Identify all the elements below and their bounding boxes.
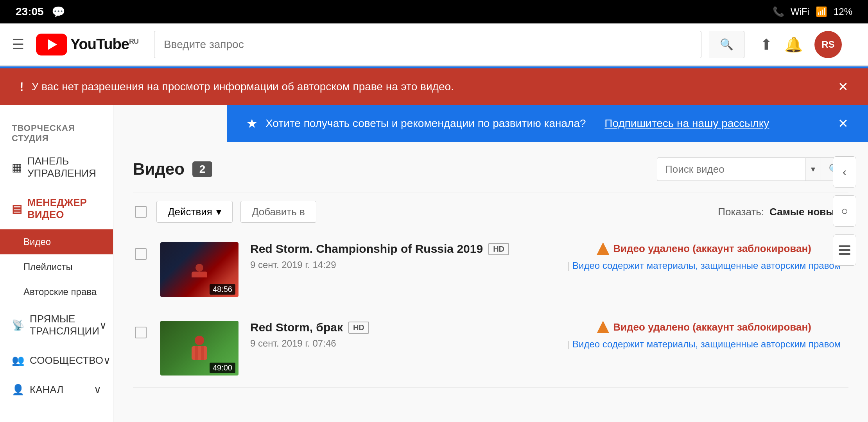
signal-icon: 📶 <box>816 6 827 17</box>
scroll-indicator: ‹ ○ <box>833 156 856 266</box>
actions-row: Действия ▾ Добавить в Показать: Самые но… <box>133 201 848 223</box>
video-manager-icon: ▤ <box>12 202 22 215</box>
divider <box>133 193 848 193</box>
search-dropdown-button[interactable]: ▾ <box>805 157 821 181</box>
sidebar-live-label: ПРЯМЫЕ ТРАНСЛЯЦИИ <box>30 313 99 337</box>
sidebar-playlists-label: Плейлисты <box>23 261 73 272</box>
video-1-hd-badge: HD <box>488 243 509 255</box>
chevron-down-icon: ∨ <box>99 319 107 331</box>
add-to-label: Добавить в <box>252 206 305 218</box>
video-1-date: 9 сент. 2019 г. 14:29 <box>250 259 548 270</box>
videos-header: Видео 2 ▾ 🔍 <box>133 157 848 181</box>
show-label: Показать: <box>718 206 764 218</box>
svg-rect-5 <box>201 346 204 360</box>
video-2-copyright[interactable]: Видео содержит материалы, защищенные авт… <box>560 339 848 350</box>
error-exclamation-icon: ! <box>20 80 24 94</box>
video-1-duration: 48:56 <box>210 284 235 295</box>
battery-status: 12% <box>834 6 852 17</box>
video-2-thumbnail[interactable]: 49:00 <box>160 321 239 376</box>
status-time: 23:05 <box>16 5 44 18</box>
sidebar-item-channel[interactable]: 👤 КАНАЛ ∨ <box>0 375 113 404</box>
actions-button[interactable]: Действия ▾ <box>156 201 233 223</box>
home-button[interactable]: ○ <box>833 195 856 227</box>
video-2-date: 9 сент. 2019 г. 07:46 <box>250 338 548 349</box>
videos-count-badge: 2 <box>192 161 213 177</box>
nav-icons: ⬆ 🔔 RS <box>760 31 842 58</box>
info-banner: ★ Хотите получать советы и рекомендации … <box>227 105 868 142</box>
sidebar-videos-label: Видео <box>23 236 51 247</box>
video-2-title: Red Storm, брак <box>250 321 343 334</box>
video-1-status-col: Видео удалено (аккаунт заблокирован) Вид… <box>560 242 848 271</box>
video-row-2: 49:00 Red Storm, брак HD 9 сент. 2019 г.… <box>133 309 848 388</box>
sidebar-item-live[interactable]: 📡 ПРЯМЫЕ ТРАНСЛЯЦИИ ∨ <box>0 304 113 346</box>
youtube-logo-icon <box>36 34 67 55</box>
upload-icon[interactable]: ⬆ <box>760 36 773 53</box>
chevron-down-icon-2: ∨ <box>103 354 111 367</box>
actions-dropdown-icon: ▾ <box>216 206 221 218</box>
error-message: У вас нет разрешения на просмотр информа… <box>32 80 454 93</box>
call-icon: 📞 <box>773 6 784 17</box>
actions-label: Действия <box>168 206 212 218</box>
wifi-icon: WiFi <box>791 6 809 17</box>
svg-point-2 <box>195 336 204 345</box>
video-1-copyright[interactable]: Видео содержит материалы, защищенные авт… <box>560 260 848 271</box>
videos-title: Видео <box>133 160 185 179</box>
error-close-button[interactable]: ✕ <box>838 79 848 94</box>
info-close-button[interactable]: ✕ <box>838 116 848 131</box>
video-2-hd-badge: HD <box>348 322 369 334</box>
community-icon: 👥 <box>12 354 24 367</box>
sidebar-studio-title: ТВОРЧЕСКАЯ СТУДИЯ <box>0 117 113 147</box>
video-2-checkbox[interactable] <box>135 327 147 338</box>
video-1-status-text: Видео удалено (аккаунт заблокирован) <box>613 243 811 255</box>
scroll-menu-button[interactable] <box>833 234 856 266</box>
sidebar-dashboard-label: ПАНЕЛЬ УПРАВЛЕНИЯ <box>27 155 101 179</box>
sidebar-item-video-manager[interactable]: ▤ МЕНЕДЖЕР ВИДЕО <box>0 188 113 229</box>
channel-icon: 👤 <box>12 384 24 396</box>
info-text: Хотите получать советы и рекомендации по… <box>265 117 586 130</box>
status-bar: 23:05 💬 📞 WiFi 📶 12% <box>0 0 868 23</box>
back-button[interactable]: ‹ <box>833 156 856 188</box>
logo-text: YouTubeRU <box>70 36 138 53</box>
notifications-icon[interactable]: 🔔 <box>784 36 803 53</box>
video-1-status-deleted: Видео удалено (аккаунт заблокирован) <box>560 242 848 255</box>
warning-icon-1 <box>597 242 609 255</box>
search-button[interactable]: 🔍 <box>709 31 744 58</box>
sidebar-video-manager-label: МЕНЕДЖЕР ВИДЕО <box>27 197 101 221</box>
video-2-info: Red Storm, брак HD 9 сент. 2019 г. 07:46 <box>250 321 548 349</box>
logo-area[interactable]: YouTubeRU <box>36 34 138 55</box>
live-icon: 📡 <box>12 319 24 331</box>
video-2-status-deleted: Видео удалено (аккаунт заблокирован) <box>560 321 848 333</box>
add-to-button[interactable]: Добавить в <box>240 201 316 223</box>
newsletter-link[interactable]: Подпишитесь на нашу рассылку <box>604 117 769 130</box>
avatar[interactable]: RS <box>814 31 842 58</box>
menu-bar-1 <box>839 245 850 247</box>
video-2-status-col: Видео удалено (аккаунт заблокирован) Вид… <box>560 321 848 350</box>
video-1-title: Red Storm. Championship of Russia 2019 <box>250 242 483 256</box>
warning-icon-2 <box>597 321 609 333</box>
sidebar-item-videos[interactable]: Видео <box>0 229 113 254</box>
menu-bar-3 <box>839 253 850 255</box>
hamburger-menu[interactable]: ☰ <box>12 36 24 53</box>
video-2-duration: 49:00 <box>210 363 235 373</box>
sidebar-item-community[interactable]: 👥 СООБЩЕСТВО ∨ <box>0 346 113 375</box>
sidebar: ТВОРЧЕСКАЯ СТУДИЯ ▦ ПАНЕЛЬ УПРАВЛЕНИЯ ▤ … <box>0 105 113 422</box>
video-1-info: Red Storm. Championship of Russia 2019 H… <box>250 242 548 270</box>
sidebar-copyright-label: Авторские права <box>23 286 97 297</box>
svg-rect-4 <box>195 346 198 360</box>
sidebar-item-copyright[interactable]: Авторские права <box>0 279 113 304</box>
select-all-checkbox[interactable] <box>135 206 147 218</box>
search-video-input[interactable] <box>657 157 805 181</box>
video-2-status-text: Видео удалено (аккаунт заблокирован) <box>613 321 811 333</box>
svg-rect-1 <box>192 272 207 277</box>
top-nav: ☰ YouTubeRU 🔍 ⬆ 🔔 RS <box>0 23 868 66</box>
video-1-checkbox[interactable] <box>135 248 147 260</box>
menu-bar-2 <box>839 249 850 251</box>
sidebar-item-playlists[interactable]: Плейлисты <box>0 254 113 279</box>
star-icon: ★ <box>246 116 258 131</box>
error-banner: ! У вас нет разрешения на просмотр инфор… <box>0 68 868 105</box>
search-input[interactable] <box>154 31 701 58</box>
sidebar-item-dashboard[interactable]: ▦ ПАНЕЛЬ УПРАВЛЕНИЯ <box>0 147 113 188</box>
dashboard-icon: ▦ <box>12 161 22 174</box>
video-1-thumbnail[interactable]: 48:56 <box>160 242 239 297</box>
svg-rect-3 <box>192 346 207 360</box>
